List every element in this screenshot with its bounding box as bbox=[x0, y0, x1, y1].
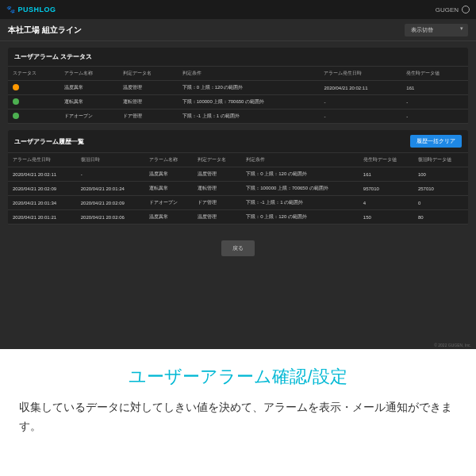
display-select-wrap[interactable]: 表示切替 bbox=[405, 24, 468, 36]
col-header: 復旧時データ値 bbox=[413, 153, 468, 167]
history-panel-title: ユーザアラーム履歴一覧 bbox=[14, 137, 84, 146]
col-header: ステータス bbox=[8, 67, 60, 81]
table-row[interactable]: 運転異常運転管理下限：100000 上限：700650 の範囲外-- bbox=[8, 95, 468, 109]
table-row[interactable]: ドアオープンドア管理下限：-1 上限：1 の範囲外-- bbox=[8, 109, 468, 124]
col-header: 発生時データ値 bbox=[359, 153, 413, 167]
table-row[interactable]: 温度異常温度管理下限：0 上限：120 の範囲外2020/04/21 20:02… bbox=[8, 81, 468, 95]
app-shell: 🐾 PUSHLOG GUGEN 本社工場 組立ライン 表示切替 ユーザアラーム … bbox=[0, 0, 476, 349]
col-header: 復旧日時 bbox=[76, 153, 144, 167]
status-table: ステータスアラーム名称判定データ名判定条件アラーム発生日時発生時データ値 温度異… bbox=[8, 67, 468, 124]
copyright: © 2022 GUGEN, Inc. bbox=[434, 343, 471, 347]
col-header: 判定データ名 bbox=[118, 67, 177, 81]
display-select[interactable]: 表示切替 bbox=[405, 24, 468, 36]
status-panel-title: ユーザアラーム ステータス bbox=[14, 52, 462, 61]
paw-icon: 🐾 bbox=[6, 6, 16, 13]
table-row[interactable]: 2020/04/21 20:01:212020/04/21 20:02:06温度… bbox=[8, 210, 468, 225]
brand-text: PUSHLOG bbox=[18, 6, 56, 13]
history-table: アラーム発生日時復旧日時アラーム名称判定データ名判定条件発生時データ値復旧時デー… bbox=[8, 153, 468, 225]
org-name: GUGEN bbox=[436, 6, 459, 13]
caption-desc: 収集しているデータに対してしきい値を決めて、アラームを表示・メール通知ができます… bbox=[19, 398, 457, 436]
page-title: 本社工場 組立ライン bbox=[8, 25, 82, 36]
back-button[interactable]: 戻る bbox=[221, 240, 255, 256]
status-panel-header: ユーザアラーム ステータス bbox=[8, 48, 468, 67]
col-header: 判定条件 bbox=[241, 153, 359, 167]
caption-title: ユーザーアラーム確認/設定 bbox=[19, 365, 457, 389]
col-header: アラーム名称 bbox=[144, 153, 193, 167]
topbar-right: GUGEN bbox=[436, 6, 470, 13]
col-header: アラーム発生日時 bbox=[8, 153, 76, 167]
col-header: 判定条件 bbox=[178, 67, 320, 81]
history-panel: ユーザアラーム履歴一覧 履歴一括クリア アラーム発生日時復旧日時アラーム名称判定… bbox=[8, 130, 468, 225]
col-header: アラーム名称 bbox=[60, 67, 118, 81]
col-header: アラーム発生日時 bbox=[319, 67, 401, 81]
table-row[interactable]: 2020/04/21 20:02:11-温度異常温度管理下限：0 上限：120 … bbox=[8, 167, 468, 182]
history-panel-header: ユーザアラーム履歴一覧 履歴一括クリア bbox=[8, 130, 468, 153]
back-area: 戻る bbox=[0, 231, 476, 264]
status-panel: ユーザアラーム ステータス ステータスアラーム名称判定データ名判定条件アラーム発… bbox=[8, 48, 468, 124]
table-row[interactable]: 2020/04/21 20:02:092020/04/21 20:01:24運転… bbox=[8, 182, 468, 196]
user-icon[interactable] bbox=[462, 6, 470, 13]
status-dot-icon bbox=[13, 84, 19, 90]
col-header: 発生時データ値 bbox=[401, 67, 468, 81]
col-header: 判定データ名 bbox=[193, 153, 241, 167]
subheader: 本社工場 組立ライン 表示切替 bbox=[0, 19, 476, 41]
status-dot-icon bbox=[13, 113, 19, 119]
clear-history-button[interactable]: 履歴一括クリア bbox=[410, 135, 462, 148]
status-dot-icon bbox=[13, 98, 19, 105]
brand-logo[interactable]: 🐾 PUSHLOG bbox=[6, 6, 56, 13]
topbar: 🐾 PUSHLOG GUGEN bbox=[0, 0, 476, 19]
table-row[interactable]: 2020/04/21 20:01:342020/04/21 20:02:09ドア… bbox=[8, 196, 468, 210]
caption-block: ユーザーアラーム確認/設定 収集しているデータに対してしきい値を決めて、アラーム… bbox=[0, 349, 476, 455]
